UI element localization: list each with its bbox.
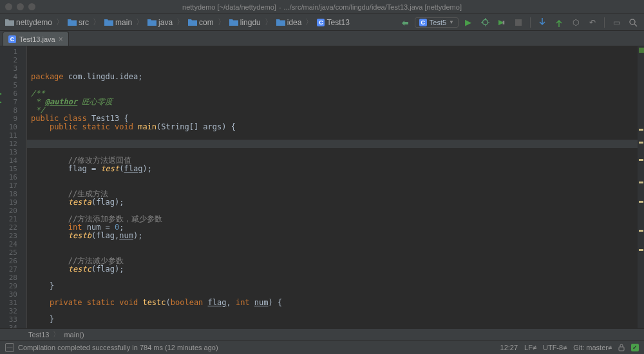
analysis-ok-icon <box>639 48 644 53</box>
run-button[interactable]: ▶ <box>461 15 475 30</box>
editor[interactable]: 123456▶7▶8910111213141516171819202122232… <box>0 46 644 328</box>
breadcrumb-item[interactable]: com <box>187 18 215 27</box>
code-line[interactable] <box>31 81 644 89</box>
class-icon: C <box>317 19 325 26</box>
breadcrumb-item[interactable]: lingdu <box>228 18 262 27</box>
max-dot[interactable] <box>28 3 35 10</box>
code-line[interactable]: } <box>31 282 644 290</box>
breadcrumb[interactable]: nettydemo〉src〉main〉java〉com〉lingdu〉idea〉… <box>4 17 395 28</box>
project-structure-button[interactable]: ▭ <box>609 15 623 30</box>
code-line[interactable]: testb(flag,num); <box>31 232 644 240</box>
status-bar: — Compilation completed successfully in … <box>0 340 644 354</box>
caret-position[interactable]: 12:27 <box>500 344 518 351</box>
run-config-selector[interactable]: C Test5 ▼ <box>415 17 459 28</box>
hector-icon[interactable]: ✓ <box>631 344 639 351</box>
vcs-commit-button[interactable] <box>552 15 566 30</box>
warning-mark[interactable] <box>639 230 643 232</box>
warning-mark[interactable] <box>639 201 643 203</box>
code-line[interactable] <box>31 307 644 315</box>
breadcrumb-item[interactable]: src <box>66 18 90 27</box>
build-button[interactable] <box>398 15 412 30</box>
breadcrumb-item[interactable]: CTest13 <box>316 18 350 27</box>
vcs-update-button[interactable] <box>535 15 549 30</box>
error-stripe[interactable] <box>638 46 644 328</box>
close-dot[interactable] <box>5 3 12 10</box>
status-message: Compilation completed successfully in 78… <box>18 344 218 351</box>
min-dot[interactable] <box>17 3 24 10</box>
title-right: .../src/main/java/com/lingdu/idea/Test13… <box>284 3 462 11</box>
breadcrumb-label: nettydemo <box>16 18 52 27</box>
title-left: nettydemo [~/data/nettydemo] <box>182 3 276 11</box>
code-line[interactable]: testc(flag); <box>31 265 644 274</box>
breadcrumb-label: com <box>199 18 214 27</box>
folder-icon <box>5 19 14 26</box>
warning-mark[interactable] <box>639 249 643 251</box>
code-line[interactable] <box>31 182 644 190</box>
code-area[interactable]: package com.lingdu.idea;/** * @author 匠心… <box>27 46 644 328</box>
breadcrumb-label: main <box>115 18 132 27</box>
debug-button[interactable] <box>478 15 492 30</box>
navigation-bar: nettydemo〉src〉main〉java〉com〉lingdu〉idea〉… <box>0 14 644 31</box>
folder-icon <box>229 19 238 26</box>
chevron-down-icon: ▼ <box>449 19 454 25</box>
line-separator[interactable]: LF≠ <box>524 344 536 351</box>
warning-mark[interactable] <box>639 129 643 131</box>
crumb-class[interactable]: Test13 <box>28 331 49 339</box>
code-line[interactable]: private static void testc(boolean flag, … <box>31 299 644 307</box>
editor-tabs: C Test13.java × <box>0 31 644 46</box>
svg-line-6 <box>634 24 637 26</box>
folder-icon <box>104 19 113 26</box>
file-encoding[interactable]: UTF-8≠ <box>543 344 567 351</box>
breadcrumb-label: Test13 <box>327 18 349 27</box>
stop-button[interactable] <box>511 15 526 30</box>
code-line[interactable]: flag = test(flag); <box>31 165 644 173</box>
vcs-revert-button[interactable]: ↶ <box>585 15 600 30</box>
code-line[interactable] <box>31 274 644 282</box>
tab-test13[interactable]: C Test13.java × <box>3 32 69 46</box>
code-line[interactable]: public static void main(String[] args) { <box>31 123 644 131</box>
code-line[interactable]: * @author 匠心零度 <box>31 98 644 106</box>
close-icon[interactable]: × <box>59 35 63 44</box>
code-line[interactable] <box>31 173 644 182</box>
code-line[interactable]: package com.lingdu.idea; <box>31 73 644 81</box>
status-icon[interactable]: — <box>5 343 14 352</box>
current-line-highlight <box>27 140 644 148</box>
vcs-history-button[interactable]: ⬡ <box>569 15 583 30</box>
code-line[interactable]: testa(flag); <box>31 198 644 207</box>
editor-breadcrumb[interactable]: Test13 〉 main() <box>0 328 644 340</box>
svg-point-0 <box>482 20 488 25</box>
warning-mark[interactable] <box>639 142 643 144</box>
gutter[interactable]: 123456▶7▶8910111213141516171819202122232… <box>0 46 27 328</box>
git-branch[interactable]: Git: master≠ <box>573 344 612 351</box>
folder-icon <box>276 19 285 26</box>
window-controls[interactable] <box>5 3 35 10</box>
titlebar: nettydemo [~/data/nettydemo] - .../src/m… <box>0 0 644 14</box>
code-line[interactable] <box>31 324 644 328</box>
class-icon: C <box>419 19 427 26</box>
warning-mark[interactable] <box>639 182 643 183</box>
svg-point-5 <box>630 19 635 24</box>
code-line[interactable] <box>31 240 644 248</box>
breadcrumb-label: idea <box>287 18 302 27</box>
breadcrumb-item[interactable]: nettydemo <box>4 18 53 27</box>
coverage-button[interactable]: ▶▮ <box>495 15 509 30</box>
breadcrumb-item[interactable]: main <box>103 18 133 27</box>
breadcrumb-label: src <box>79 18 89 27</box>
code-line[interactable]: } <box>31 315 644 324</box>
search-button[interactable] <box>626 15 640 30</box>
run-config-label: Test5 <box>430 19 446 26</box>
breadcrumb-item[interactable]: idea <box>275 18 303 27</box>
run-gutter-icon[interactable]: ▶ <box>0 98 2 106</box>
tab-label: Test13.java <box>19 35 55 43</box>
run-gutter-icon[interactable]: ▶ <box>0 89 2 98</box>
breadcrumb-label: lingdu <box>240 18 261 27</box>
breadcrumb-item[interactable]: java <box>146 18 174 27</box>
warning-mark[interactable] <box>639 159 643 161</box>
lock-icon[interactable] <box>618 344 625 351</box>
crumb-method[interactable]: main() <box>64 331 84 339</box>
code-line[interactable]: /** <box>31 89 644 98</box>
folder-icon <box>68 19 77 26</box>
breadcrumb-label: java <box>158 18 173 27</box>
folder-icon <box>188 19 197 26</box>
folder-icon <box>147 19 156 26</box>
